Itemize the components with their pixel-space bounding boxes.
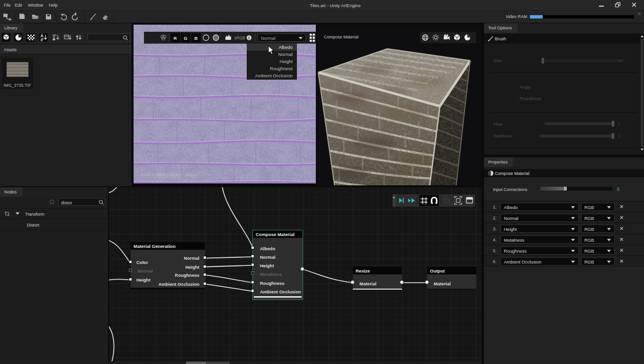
svg-text:i: i — [249, 36, 250, 40]
svg-text:sRGB: sRGB — [234, 36, 245, 40]
